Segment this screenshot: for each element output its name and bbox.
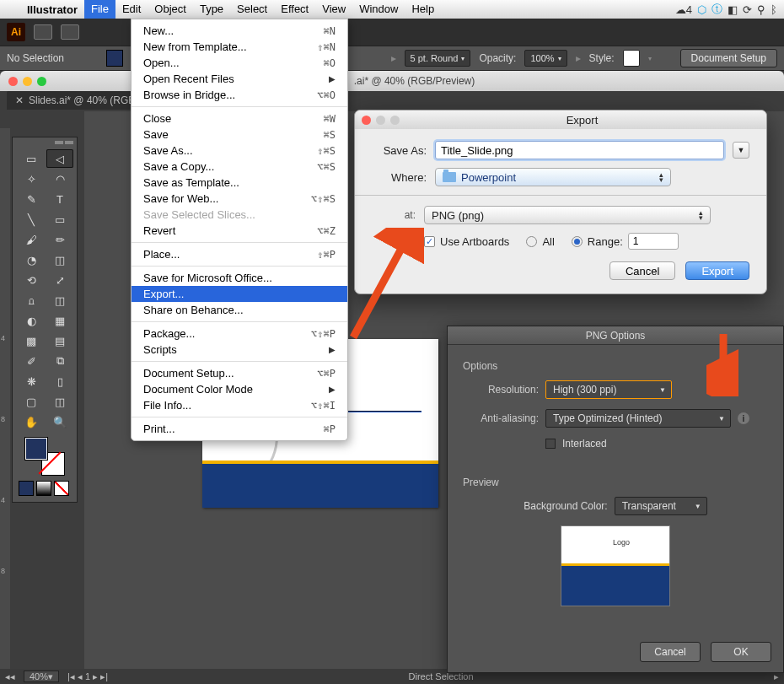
cloud-icon[interactable]: ☁4 bbox=[675, 3, 692, 16]
app-name[interactable]: Illustrator bbox=[20, 3, 84, 16]
window-zoom-icon[interactable] bbox=[37, 77, 46, 86]
menu-view[interactable]: View bbox=[315, 0, 352, 19]
format-combo[interactable]: PNG (png) bbox=[424, 206, 711, 224]
blend-tool[interactable]: ⧉ bbox=[46, 352, 73, 370]
window-minimize-icon[interactable] bbox=[23, 77, 32, 86]
mi-ms-office[interactable]: Save for Microsoft Office... bbox=[132, 270, 347, 286]
info-icon[interactable]: i bbox=[738, 412, 749, 424]
resolution-combo[interactable]: High (300 ppi)▼ bbox=[545, 380, 672, 399]
dlg-close-icon[interactable] bbox=[362, 116, 371, 125]
mi-save-template[interactable]: Save as Template... bbox=[132, 175, 347, 191]
paintbrush-tool[interactable]: 🖌 bbox=[18, 230, 45, 249]
menu-help[interactable]: Help bbox=[405, 0, 441, 19]
te-icon[interactable]: ⓣ bbox=[712, 2, 722, 17]
status-nav-prev[interactable]: ◂◂ bbox=[5, 671, 15, 682]
fill-color[interactable] bbox=[25, 438, 47, 460]
type-tool[interactable]: T bbox=[46, 190, 73, 208]
mi-file-info[interactable]: File Info...⌥⇧⌘I bbox=[132, 397, 347, 413]
rotate-tool[interactable]: ⟲ bbox=[18, 271, 45, 289]
mi-behance[interactable]: Share on Behance... bbox=[132, 302, 347, 318]
menu-select[interactable]: Select bbox=[230, 0, 274, 19]
menu-type[interactable]: Type bbox=[193, 0, 230, 19]
menu-object[interactable]: Object bbox=[148, 0, 193, 19]
menu-effect[interactable]: Effect bbox=[274, 0, 315, 19]
mi-open[interactable]: Open...⌘O bbox=[132, 55, 347, 71]
zoom-combo[interactable]: 40% ▾ bbox=[24, 671, 59, 682]
bridge-icon[interactable] bbox=[34, 24, 52, 40]
png-ok-button[interactable]: OK bbox=[711, 642, 771, 662]
mi-browse-bridge[interactable]: Browse in Bridge...⌥⌘O bbox=[132, 87, 347, 103]
range-radio[interactable] bbox=[572, 236, 583, 247]
all-radio[interactable] bbox=[526, 236, 537, 247]
stroke-combo[interactable]: 5 pt. Round▾ bbox=[405, 50, 471, 67]
mi-save-as[interactable]: Save As...⇧⌘S bbox=[132, 143, 347, 159]
graph-tool[interactable]: ▯ bbox=[46, 372, 73, 390]
menu-window[interactable]: Window bbox=[352, 0, 405, 19]
opacity-combo[interactable]: 100%▾ bbox=[524, 50, 567, 67]
mi-close[interactable]: Close⌘W bbox=[132, 110, 347, 127]
color-mode-solid[interactable] bbox=[19, 481, 34, 496]
eraser-tool[interactable]: ◫ bbox=[46, 250, 73, 269]
blob-brush-tool[interactable]: ◔ bbox=[18, 250, 45, 269]
document-setup-button[interactable]: Document Setup bbox=[680, 49, 777, 67]
shape-builder-tool[interactable]: ◐ bbox=[18, 311, 45, 330]
mi-package[interactable]: Package...⌥⇧⌘P bbox=[132, 326, 347, 342]
mi-scripts[interactable]: Scripts▶ bbox=[132, 342, 347, 358]
rectangle-tool[interactable]: ▭ bbox=[46, 210, 73, 229]
menu-edit[interactable]: Edit bbox=[115, 0, 148, 19]
free-transform-tool[interactable]: ◫ bbox=[46, 291, 73, 310]
mi-open-recent[interactable]: Open Recent Files▶ bbox=[132, 71, 347, 87]
arrange-icon[interactable] bbox=[61, 24, 79, 40]
mesh-tool[interactable]: ▩ bbox=[18, 331, 45, 350]
color-mode-gradient[interactable] bbox=[36, 481, 51, 496]
line-tool[interactable]: ╲ bbox=[18, 210, 45, 229]
range-input[interactable] bbox=[628, 233, 679, 250]
style-swatch[interactable] bbox=[623, 50, 640, 67]
window-close-icon[interactable] bbox=[8, 77, 18, 86]
hand-tool[interactable]: ✋ bbox=[18, 412, 45, 431]
symbol-sprayer-tool[interactable]: ❋ bbox=[18, 372, 45, 390]
anti-aliasing-combo[interactable]: Type Optimized (Hinted)▼ bbox=[545, 409, 731, 428]
mi-save-web[interactable]: Save for Web...⌥⇧⌘S bbox=[132, 191, 347, 207]
pen-tool[interactable]: ✎ bbox=[18, 190, 45, 208]
png-cancel-button[interactable]: Cancel bbox=[640, 642, 701, 662]
pencil-tool[interactable]: ✏ bbox=[46, 230, 73, 249]
eyedropper-tool[interactable]: ✐ bbox=[18, 352, 45, 370]
sync-icon[interactable]: ⟳ bbox=[743, 3, 752, 16]
artboard-tool[interactable]: ▢ bbox=[18, 392, 45, 411]
direct-selection-tool[interactable]: ◁ bbox=[46, 149, 73, 168]
mi-print[interactable]: Print...⌘P bbox=[132, 421, 347, 437]
fill-swatch[interactable] bbox=[106, 50, 123, 67]
bluetooth-icon[interactable]: ᛒ bbox=[771, 3, 777, 16]
export-confirm-button[interactable]: Export bbox=[685, 261, 749, 280]
lasso-tool[interactable]: ◠ bbox=[46, 170, 73, 188]
color-mode-none[interactable] bbox=[54, 481, 69, 496]
filename-input[interactable] bbox=[435, 141, 724, 159]
mi-save[interactable]: Save⌘S bbox=[132, 127, 347, 143]
mi-new[interactable]: New...⌘N bbox=[132, 23, 347, 39]
slice-tool[interactable]: ◫ bbox=[46, 392, 73, 411]
mi-save-copy[interactable]: Save a Copy...⌥⌘S bbox=[132, 159, 347, 175]
mi-color-mode[interactable]: Document Color Mode▶ bbox=[132, 381, 347, 397]
mi-revert[interactable]: Revert⌥⌘Z bbox=[132, 223, 347, 239]
perspective-tool[interactable]: ▦ bbox=[46, 311, 73, 330]
bg-color-combo[interactable]: Transparent▼ bbox=[615, 497, 707, 515]
dropbox-icon[interactable]: ⬡ bbox=[697, 3, 706, 16]
export-cancel-button[interactable]: Cancel bbox=[609, 261, 675, 280]
gradient-tool[interactable]: ▤ bbox=[46, 331, 73, 350]
mi-place[interactable]: Place...⇧⌘P bbox=[132, 246, 347, 262]
spotlight-icon[interactable]: ⚲ bbox=[757, 3, 765, 16]
width-tool[interactable]: ⩍ bbox=[18, 291, 45, 310]
mi-doc-setup[interactable]: Document Setup...⌥⌘P bbox=[132, 365, 347, 381]
status-nav[interactable]: |◂ ◂ 1 ▸ ▸| bbox=[67, 671, 108, 682]
mi-new-template[interactable]: New from Template...⇧⌘N bbox=[132, 39, 347, 55]
interlaced-checkbox[interactable] bbox=[545, 439, 556, 449]
menu-file[interactable]: File bbox=[84, 0, 115, 19]
window-controls[interactable] bbox=[8, 77, 46, 86]
fill-stroke-controls[interactable] bbox=[16, 433, 73, 478]
scale-tool[interactable]: ⤢ bbox=[46, 271, 73, 289]
zoom-tool[interactable]: 🔍 bbox=[46, 412, 73, 431]
use-artboards-checkbox[interactable] bbox=[424, 236, 435, 247]
mi-export[interactable]: Export... bbox=[132, 286, 347, 302]
selection-tool[interactable]: ▭ bbox=[18, 149, 45, 168]
